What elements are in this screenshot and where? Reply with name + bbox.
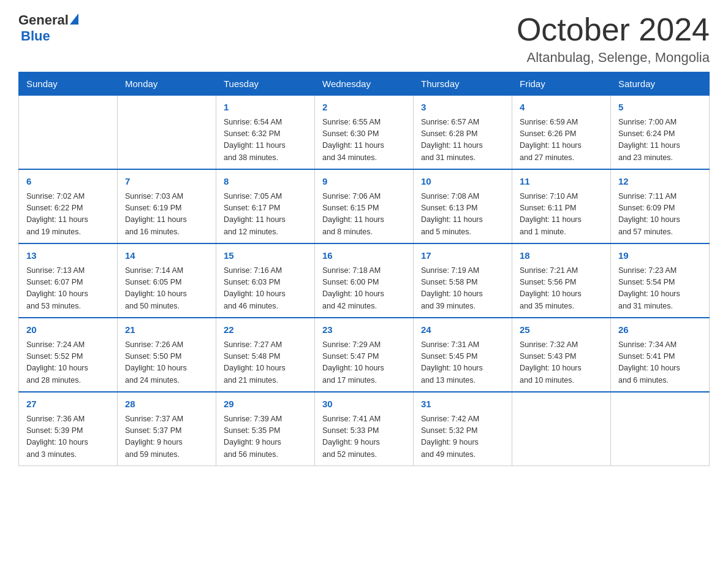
day-info: Sunrise: 7:06 AM Sunset: 6:15 PM Dayligh…: [322, 191, 406, 239]
day-number: 28: [125, 397, 208, 412]
calendar-cell: 31Sunrise: 7:42 AM Sunset: 5:32 PM Dayli…: [414, 392, 512, 466]
day-info: Sunrise: 7:11 AM Sunset: 6:09 PM Dayligh…: [618, 191, 702, 239]
calendar-cell: 16Sunrise: 7:18 AM Sunset: 6:00 PM Dayli…: [315, 243, 414, 318]
title-block: October 2024 Altanbulag, Selenge, Mongol…: [517, 12, 710, 66]
day-info: Sunrise: 7:03 AM Sunset: 6:19 PM Dayligh…: [125, 191, 208, 239]
day-info: Sunrise: 7:39 AM Sunset: 5:35 PM Dayligh…: [224, 413, 307, 461]
calendar-cell: 15Sunrise: 7:16 AM Sunset: 6:03 PM Dayli…: [216, 243, 315, 318]
day-number: 23: [322, 323, 406, 337]
calendar-cell: [118, 96, 216, 170]
day-number: 10: [421, 175, 504, 189]
weekday-header-tuesday: Tuesday: [216, 72, 315, 96]
day-number: 14: [125, 249, 208, 263]
calendar-cell: 30Sunrise: 7:41 AM Sunset: 5:33 PM Dayli…: [315, 392, 414, 466]
weekday-header-thursday: Thursday: [414, 72, 512, 96]
day-info: Sunrise: 7:14 AM Sunset: 6:05 PM Dayligh…: [125, 265, 208, 313]
day-info: Sunrise: 7:31 AM Sunset: 5:45 PM Dayligh…: [421, 339, 504, 387]
day-info: Sunrise: 7:08 AM Sunset: 6:13 PM Dayligh…: [421, 191, 504, 239]
calendar-cell: 6Sunrise: 7:02 AM Sunset: 6:22 PM Daylig…: [19, 169, 118, 243]
calendar-cell: 21Sunrise: 7:26 AM Sunset: 5:50 PM Dayli…: [118, 318, 216, 392]
day-info: Sunrise: 7:00 AM Sunset: 6:24 PM Dayligh…: [618, 117, 702, 164]
calendar-week-row: 20Sunrise: 7:24 AM Sunset: 5:52 PM Dayli…: [19, 318, 710, 392]
day-number: 8: [224, 175, 307, 189]
calendar-cell: 11Sunrise: 7:10 AM Sunset: 6:11 PM Dayli…: [512, 169, 611, 243]
calendar-cell: 12Sunrise: 7:11 AM Sunset: 6:09 PM Dayli…: [611, 169, 710, 243]
day-info: Sunrise: 7:10 AM Sunset: 6:11 PM Dayligh…: [520, 191, 603, 239]
day-number: 18: [520, 249, 603, 263]
logo: General Blue: [18, 12, 78, 44]
calendar-cell: 3Sunrise: 6:57 AM Sunset: 6:28 PM Daylig…: [414, 96, 512, 170]
page-header: General Blue October 2024 Altanbulag, Se…: [18, 12, 710, 66]
calendar-cell: 14Sunrise: 7:14 AM Sunset: 6:05 PM Dayli…: [118, 243, 216, 318]
calendar-cell: [19, 96, 118, 170]
day-number: 20: [26, 323, 110, 337]
calendar-cell: 2Sunrise: 6:55 AM Sunset: 6:30 PM Daylig…: [315, 96, 414, 170]
calendar-header-row: SundayMondayTuesdayWednesdayThursdayFrid…: [19, 72, 710, 96]
day-info: Sunrise: 7:23 AM Sunset: 5:54 PM Dayligh…: [618, 265, 702, 313]
day-info: Sunrise: 7:05 AM Sunset: 6:17 PM Dayligh…: [224, 191, 307, 239]
day-number: 26: [618, 323, 702, 337]
day-number: 25: [520, 323, 603, 337]
calendar-cell: 19Sunrise: 7:23 AM Sunset: 5:54 PM Dayli…: [611, 243, 710, 318]
calendar-cell: 1Sunrise: 6:54 AM Sunset: 6:32 PM Daylig…: [216, 96, 315, 170]
day-info: Sunrise: 7:16 AM Sunset: 6:03 PM Dayligh…: [224, 265, 307, 313]
day-number: 17: [421, 249, 504, 263]
day-info: Sunrise: 6:57 AM Sunset: 6:28 PM Dayligh…: [421, 117, 504, 164]
calendar-cell: 4Sunrise: 6:59 AM Sunset: 6:26 PM Daylig…: [512, 96, 611, 170]
day-info: Sunrise: 7:41 AM Sunset: 5:33 PM Dayligh…: [322, 413, 406, 461]
day-number: 3: [421, 101, 504, 115]
day-info: Sunrise: 7:26 AM Sunset: 5:50 PM Dayligh…: [125, 339, 208, 387]
weekday-header-saturday: Saturday: [611, 72, 710, 96]
day-info: Sunrise: 7:29 AM Sunset: 5:47 PM Dayligh…: [322, 339, 406, 387]
day-number: 6: [26, 175, 110, 189]
day-number: 15: [224, 249, 307, 263]
weekday-header-friday: Friday: [512, 72, 611, 96]
day-info: Sunrise: 7:27 AM Sunset: 5:48 PM Dayligh…: [224, 339, 307, 387]
day-info: Sunrise: 7:24 AM Sunset: 5:52 PM Dayligh…: [26, 339, 110, 387]
day-number: 13: [26, 249, 110, 263]
calendar-cell: 22Sunrise: 7:27 AM Sunset: 5:48 PM Dayli…: [216, 318, 315, 392]
day-number: 11: [520, 175, 603, 189]
weekday-header-monday: Monday: [118, 72, 216, 96]
calendar-cell: 5Sunrise: 7:00 AM Sunset: 6:24 PM Daylig…: [611, 96, 710, 170]
day-number: 21: [125, 323, 208, 337]
day-number: 16: [322, 249, 406, 263]
calendar-cell: 13Sunrise: 7:13 AM Sunset: 6:07 PM Dayli…: [19, 243, 118, 318]
calendar-cell: 9Sunrise: 7:06 AM Sunset: 6:15 PM Daylig…: [315, 169, 414, 243]
day-number: 4: [520, 101, 603, 115]
calendar-cell: 26Sunrise: 7:34 AM Sunset: 5:41 PM Dayli…: [611, 318, 710, 392]
day-number: 22: [224, 323, 307, 337]
calendar-cell: [611, 392, 710, 466]
calendar-cell: 28Sunrise: 7:37 AM Sunset: 5:37 PM Dayli…: [118, 392, 216, 466]
day-number: 1: [224, 101, 307, 115]
calendar-cell: 8Sunrise: 7:05 AM Sunset: 6:17 PM Daylig…: [216, 169, 315, 243]
day-info: Sunrise: 7:37 AM Sunset: 5:37 PM Dayligh…: [125, 413, 208, 461]
day-info: Sunrise: 6:59 AM Sunset: 6:26 PM Dayligh…: [520, 117, 603, 164]
day-info: Sunrise: 7:13 AM Sunset: 6:07 PM Dayligh…: [26, 265, 110, 313]
day-number: 12: [618, 175, 702, 189]
day-info: Sunrise: 7:21 AM Sunset: 5:56 PM Dayligh…: [520, 265, 603, 313]
calendar-cell: 10Sunrise: 7:08 AM Sunset: 6:13 PM Dayli…: [414, 169, 512, 243]
day-info: Sunrise: 7:18 AM Sunset: 6:00 PM Dayligh…: [322, 265, 406, 313]
day-info: Sunrise: 6:54 AM Sunset: 6:32 PM Dayligh…: [224, 117, 307, 164]
calendar-cell: 18Sunrise: 7:21 AM Sunset: 5:56 PM Dayli…: [512, 243, 611, 318]
day-number: 9: [322, 175, 406, 189]
day-number: 2: [322, 101, 406, 115]
day-number: 29: [224, 397, 307, 412]
location-title: Altanbulag, Selenge, Mongolia: [517, 50, 710, 66]
day-info: Sunrise: 7:19 AM Sunset: 5:58 PM Dayligh…: [421, 265, 504, 313]
day-info: Sunrise: 7:36 AM Sunset: 5:39 PM Dayligh…: [26, 413, 110, 461]
calendar-week-row: 27Sunrise: 7:36 AM Sunset: 5:39 PM Dayli…: [19, 392, 710, 466]
calendar-cell: 17Sunrise: 7:19 AM Sunset: 5:58 PM Dayli…: [414, 243, 512, 318]
weekday-header-sunday: Sunday: [19, 72, 118, 96]
day-info: Sunrise: 7:32 AM Sunset: 5:43 PM Dayligh…: [520, 339, 603, 387]
day-number: 19: [618, 249, 702, 263]
calendar-cell: 25Sunrise: 7:32 AM Sunset: 5:43 PM Dayli…: [512, 318, 611, 392]
calendar-week-row: 13Sunrise: 7:13 AM Sunset: 6:07 PM Dayli…: [19, 243, 710, 318]
calendar-cell: 20Sunrise: 7:24 AM Sunset: 5:52 PM Dayli…: [19, 318, 118, 392]
calendar-cell: 24Sunrise: 7:31 AM Sunset: 5:45 PM Dayli…: [414, 318, 512, 392]
month-title: October 2024: [517, 12, 710, 47]
calendar-week-row: 1Sunrise: 6:54 AM Sunset: 6:32 PM Daylig…: [19, 96, 710, 170]
calendar-cell: 7Sunrise: 7:03 AM Sunset: 6:19 PM Daylig…: [118, 169, 216, 243]
calendar-cell: 29Sunrise: 7:39 AM Sunset: 5:35 PM Dayli…: [216, 392, 315, 466]
